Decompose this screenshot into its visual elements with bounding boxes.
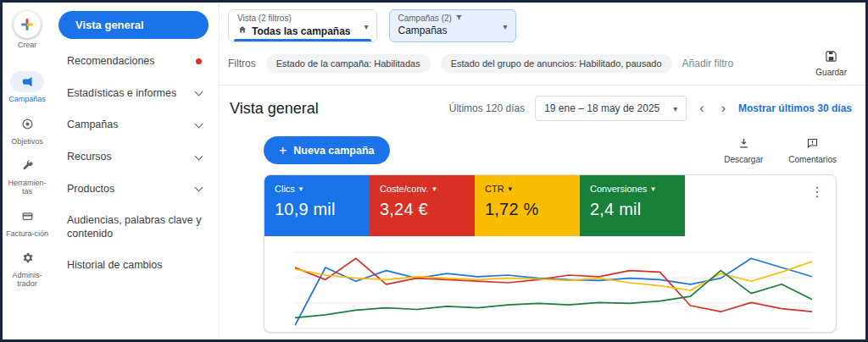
notification-dot [196, 58, 202, 64]
sidenav-item-recommendations[interactable]: Recomendaciones [58, 46, 209, 78]
sidenav-item-audiences[interactable]: Audiencias, palabras clave y contenido [58, 205, 209, 250]
add-filter-button[interactable]: Añadir filtro [682, 58, 734, 69]
metric-tile-clicks[interactable]: Clics▾ 10,9 mil [264, 175, 370, 236]
wrench-icon [10, 155, 44, 176]
view-selector-label: Vista (2 filtros) [237, 14, 351, 23]
metric-tile-cost-per-conv[interactable]: Coste/conv.▾ 3,24 € [370, 175, 475, 236]
rail-item-tools[interactable]: Herramien-tas [5, 155, 49, 196]
next-period-button[interactable]: › [717, 102, 730, 115]
main-content: Vista (2 filtros) Todas las campañas ▾ C… [220, 3, 865, 339]
caret-down-icon: ▾ [299, 185, 303, 193]
download-label: Descargar [724, 155, 763, 164]
save-label: Guardar [815, 68, 847, 77]
page-title: Vista general [230, 100, 319, 118]
nav-label: Historial de cambios [67, 259, 163, 273]
sidenav-item-change-history[interactable]: Historial de cambios [58, 250, 209, 282]
nav-label: Productos [67, 183, 114, 196]
metric-label: Conversiones [590, 184, 647, 194]
caret-down-icon: ▾ [364, 21, 368, 30]
more-options-button[interactable]: ⋮ [810, 185, 824, 199]
filter-chip-adgroup-status[interactable]: Estado del grupo de anuncios: Habilitado… [441, 54, 672, 73]
chevron-down-icon [195, 152, 203, 160]
metric-tile-ctr[interactable]: CTR▾ 1,72 % [475, 175, 580, 236]
metric-value: 1,72 % [485, 200, 570, 219]
active-view-underline [234, 39, 371, 41]
create-label: Crear [18, 41, 37, 49]
save-button[interactable]: Guardar [815, 50, 854, 77]
gear-icon [10, 247, 44, 268]
new-campaign-button[interactable]: + Nueva campaña [264, 136, 390, 164]
scope-selectors: Vista (2 filtros) Todas las campañas ▾ C… [220, 3, 865, 47]
metric-label: Coste/conv. [380, 184, 428, 194]
download-icon [737, 137, 750, 153]
overview-label: Vista general [75, 19, 144, 31]
rail-item-admin[interactable]: Adminis-trador [5, 247, 49, 289]
comments-label: Comentarios [788, 155, 837, 164]
filters-label: Filtros [228, 58, 256, 69]
caret-down-icon: ▾ [673, 104, 677, 113]
filter-bar: Filtros Estado de la campaña: Habilitada… [220, 47, 865, 86]
campaigns-icon [10, 71, 44, 92]
filter-funnel-icon [455, 14, 463, 23]
filter-chip-campaign-status[interactable]: Estado de la campaña: Habilitadas [266, 54, 431, 73]
download-button[interactable]: Descargar [724, 137, 763, 164]
feedback-icon [806, 137, 819, 153]
save-icon [825, 50, 837, 66]
metric-value: 10,9 mil [275, 200, 359, 219]
nav-label: Estadísticas e informes [67, 87, 176, 101]
sidenav: Vista general Recomendaciones Estadístic… [52, 3, 220, 339]
rail-item-billing[interactable]: Factura-ción [6, 206, 48, 238]
metric-tiles: Clics▾ 10,9 mil Coste/conv.▾ 3,24 € CTR▾… [264, 175, 836, 236]
new-campaign-label: Nueva campaña [293, 145, 374, 157]
multicolor-plus-icon [14, 11, 41, 38]
nav-label: Recursos [67, 151, 112, 164]
metric-value: 2,4 mil [590, 200, 675, 219]
sidenav-item-assets[interactable]: Recursos [58, 141, 209, 174]
nav-label: Audiencias, palabras clave y contenido [67, 214, 202, 240]
rail-item-label: Herramien-tas [5, 179, 49, 196]
show-last-30-days-link[interactable]: Mostrar últimos 30 días [738, 102, 852, 114]
metric-value: 3,24 € [380, 200, 465, 219]
metric-tile-conversions[interactable]: Conversiones▾ 2,4 mil [580, 175, 685, 236]
sidenav-item-campaigns[interactable]: Campañas [58, 109, 209, 141]
page-header: Vista general Últimos 120 días 19 ene – … [220, 86, 865, 126]
nav-label: Campañas [67, 119, 118, 132]
rail-item-label: Campañas [8, 95, 46, 103]
sidenav-item-insights-reports[interactable]: Estadísticas e informes [58, 78, 209, 110]
previous-period-button[interactable]: ‹ [695, 102, 708, 115]
create-button[interactable]: Crear [14, 11, 41, 49]
sidenav-item-products[interactable]: Productos [58, 174, 209, 206]
comments-button[interactable]: Comentarios [788, 137, 837, 164]
chevron-down-icon [195, 88, 203, 97]
campaign-selector[interactable]: Campañas (2) Campañas ▾ [389, 9, 516, 42]
rail-item-label: Objetivos [11, 137, 43, 146]
rail-item-label: Adminis-trador [5, 271, 49, 289]
view-selector-value: Todas las campañas [252, 25, 351, 37]
goals-icon [10, 113, 44, 135]
chevron-down-icon [195, 120, 203, 129]
overview-chart [295, 248, 812, 333]
nav-label: Recomendaciones [67, 55, 155, 69]
chart-area [264, 236, 836, 333]
app-rail: Crear Campañas Objetivos Herramien-tas F… [3, 3, 52, 339]
campaign-selector-value: Campañas [398, 25, 448, 36]
date-range-picker[interactable]: 19 ene – 18 may de 2025 ▾ [535, 96, 687, 121]
home-icon [237, 25, 248, 37]
caret-down-icon: ▾ [432, 185, 437, 193]
chevron-down-icon [195, 184, 203, 192]
rail-item-goals[interactable]: Objetivos [10, 113, 44, 146]
caret-down-icon: ▾ [509, 185, 513, 193]
date-range-value: 19 ene – 18 may de 2025 [544, 102, 659, 114]
rail-item-campaigns[interactable]: Campañas [8, 71, 46, 103]
caret-down-icon: ▾ [651, 185, 655, 193]
view-selector[interactable]: Vista (2 filtros) Todas las campañas ▾ [228, 9, 377, 42]
sidenav-item-overview[interactable]: Vista general [58, 11, 209, 39]
metric-label: Clics [275, 184, 295, 194]
plus-icon: + [279, 143, 287, 158]
overview-chart-card: Clics▾ 10,9 mil Coste/conv.▾ 3,24 € CTR▾… [264, 174, 837, 333]
rail-item-label: Factura-ción [6, 229, 48, 238]
actions-row: + Nueva campaña Descargar Comentarios [220, 126, 865, 173]
campaign-selector-label: Campañas (2) [398, 14, 452, 23]
caret-down-icon: ▾ [503, 21, 507, 30]
metric-label: CTR [485, 184, 504, 194]
